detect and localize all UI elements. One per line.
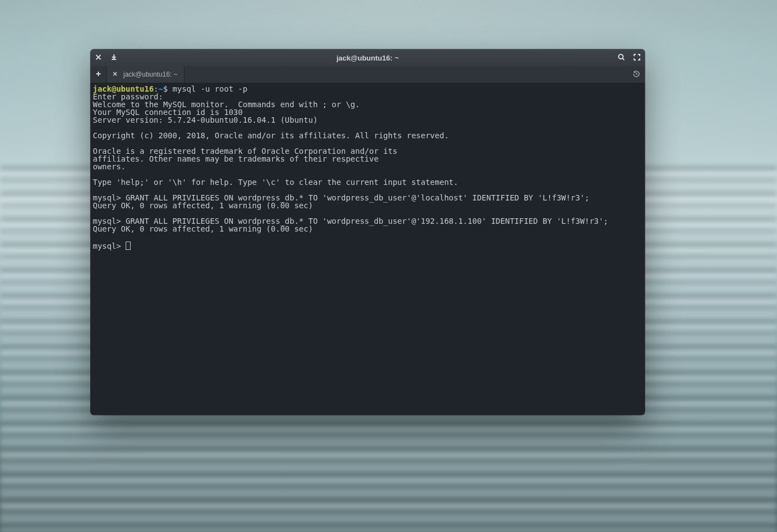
history-button[interactable] bbox=[628, 66, 645, 83]
output-line: jack@ubuntu16:~$ mysql -u root -p bbox=[93, 85, 642, 93]
output-line: Query OK, 0 rows affected, 1 warning (0.… bbox=[93, 202, 642, 209]
output-line: Query OK, 0 rows affected, 1 warning (0.… bbox=[93, 225, 642, 233]
output-line bbox=[93, 209, 642, 217]
command-text: mysql -u root -p bbox=[172, 84, 247, 93]
search-button[interactable] bbox=[614, 49, 629, 66]
download-button[interactable] bbox=[106, 49, 122, 66]
fullscreen-button[interactable] bbox=[629, 49, 645, 66]
output-line bbox=[93, 139, 642, 147]
output-line: mysql> bbox=[93, 240, 642, 248]
terminal-cursor bbox=[126, 242, 131, 250]
window-title: jack@ubuntu16: ~ bbox=[336, 54, 399, 62]
output-line: Oracle is a registered trademark of Orac… bbox=[93, 147, 642, 155]
output-line: Your MySQL connection id is 1030 bbox=[93, 108, 642, 116]
fullscreen-icon bbox=[633, 53, 641, 63]
terminal-output[interactable]: jack@ubuntu16:~$ mysql -u root -pEnter p… bbox=[91, 83, 645, 415]
output-line: mysql> GRANT ALL PRIVILEGES ON wordpress… bbox=[93, 194, 642, 202]
output-line: Copyright (c) 2000, 2018, Oracle and/or … bbox=[93, 132, 642, 139]
mysql-prompt: mysql> bbox=[93, 242, 126, 250]
output-line: Welcome to the MySQL monitor. Commands e… bbox=[93, 101, 642, 108]
output-line: mysql> GRANT ALL PRIVILEGES ON wordpress… bbox=[93, 217, 642, 225]
output-line: owners. bbox=[93, 163, 642, 170]
plus-icon bbox=[95, 71, 102, 79]
history-icon bbox=[632, 70, 640, 79]
tab-label: jack@ubuntu16: ~ bbox=[123, 71, 177, 78]
new-tab-button[interactable] bbox=[91, 66, 107, 83]
svg-point-0 bbox=[619, 54, 623, 59]
tab-terminal-1[interactable]: jack@ubuntu16: ~ bbox=[107, 66, 185, 83]
output-line bbox=[93, 186, 642, 194]
output-line: affiliates. Other names may be trademark… bbox=[93, 155, 642, 163]
close-icon bbox=[94, 53, 102, 63]
output-line: Enter password: bbox=[93, 93, 642, 101]
desktop-wallpaper: jack@ubuntu16: ~ bbox=[0, 0, 777, 532]
output-line: Type 'help;' or '\h' for help. Type '\c'… bbox=[93, 178, 642, 186]
tab-close-button[interactable] bbox=[111, 71, 119, 78]
output-line bbox=[93, 124, 642, 132]
titlebar[interactable]: jack@ubuntu16: ~ bbox=[91, 49, 645, 66]
search-icon bbox=[617, 53, 625, 63]
output-line bbox=[93, 170, 642, 178]
output-line bbox=[93, 233, 642, 240]
close-window-button[interactable] bbox=[91, 49, 106, 66]
output-line: Server version: 5.7.24-0ubuntu0.16.04.1 … bbox=[93, 116, 642, 124]
tab-bar: jack@ubuntu16: ~ bbox=[91, 66, 645, 83]
download-icon bbox=[110, 53, 118, 63]
close-icon bbox=[112, 71, 118, 78]
terminal-window: jack@ubuntu16: ~ bbox=[91, 49, 645, 415]
